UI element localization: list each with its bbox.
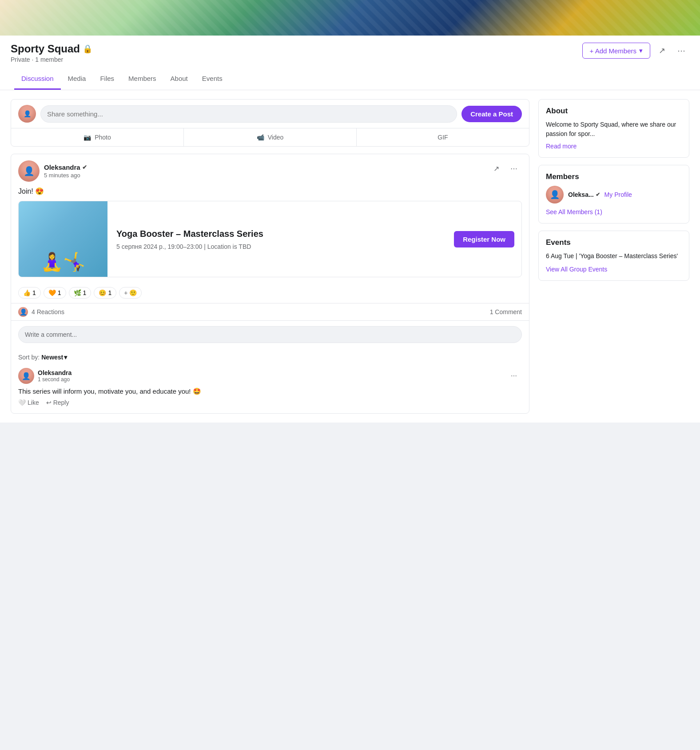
group-title: Sporty Squad 🔒 xyxy=(11,43,92,55)
comment-actions: 🤍 Like ↩ Reply xyxy=(18,399,522,406)
comment-input[interactable] xyxy=(18,326,522,343)
right-column: About Welcome to Sporty Squad, where we … xyxy=(538,99,689,281)
reaction-plant[interactable]: 🌿 1 xyxy=(69,287,91,299)
reaction-count: 4 Reactions xyxy=(32,308,64,315)
add-members-label: + Add Members xyxy=(590,47,636,55)
post-more-icon: ⋯ xyxy=(510,164,517,173)
event-info: Yoga Booster – Masterclass Series 5 серп… xyxy=(107,201,454,277)
share-button[interactable]: ↗ xyxy=(654,43,670,59)
tab-events[interactable]: Events xyxy=(195,68,230,90)
reactions-row: 👍 1 🧡 1 🌿 1 😊 1 + 🙂 xyxy=(11,283,529,303)
header-actions: + Add Members ▾ ↗ ⋯ xyxy=(582,43,689,59)
create-post-button[interactable]: Create a Post xyxy=(461,106,522,122)
group-header: Sporty Squad 🔒 Private · 1 member + Add … xyxy=(0,36,700,90)
group-meta: Private · 1 member xyxy=(11,56,92,63)
lock-icon: 🔒 xyxy=(83,44,92,54)
comment-time: 1 second ago xyxy=(38,376,72,383)
see-all-members-link[interactable]: See All Members (1) xyxy=(546,208,602,215)
photo-label: Photo xyxy=(95,134,111,141)
tab-media[interactable]: Media xyxy=(61,68,93,90)
members-card: Members 👤 Oleksa... ✔ My Profile See All… xyxy=(538,165,689,223)
sort-button[interactable]: Newest ▾ xyxy=(41,354,67,361)
post-text: Join! 😍 xyxy=(18,187,522,195)
left-column: Create a Post 📷 Photo 📹 Video GIF xyxy=(11,99,529,414)
main-layout: Create a Post 📷 Photo 📹 Video GIF xyxy=(0,90,700,423)
event-image xyxy=(19,201,107,277)
members-title: Members xyxy=(546,172,682,181)
group-name-text: Sporty Squad xyxy=(11,43,80,55)
reaction-heart[interactable]: 🧡 1 xyxy=(44,287,66,299)
event-title: Yoga Booster – Masterclass Series xyxy=(116,228,445,239)
add-reaction-button[interactable]: + 🙂 xyxy=(119,287,142,299)
sort-label: Sort by: xyxy=(18,354,40,361)
tab-members[interactable]: Members xyxy=(121,68,163,90)
post-time: 5 minutes ago xyxy=(44,172,87,179)
sort-row: Sort by: Newest ▾ xyxy=(11,348,529,364)
comment-author-avatar: 👤 xyxy=(18,368,34,384)
nav-tabs: Discussion Media Files Members About Eve… xyxy=(11,68,689,90)
about-title: About xyxy=(546,107,682,116)
sort-chevron-icon: ▾ xyxy=(64,354,67,361)
gif-label: GIF xyxy=(438,134,448,141)
like-comment-button[interactable]: 🤍 Like xyxy=(18,399,39,406)
comment-more-button[interactable]: ⋯ xyxy=(506,368,522,384)
reply-comment-button[interactable]: ↩ Reply xyxy=(46,399,69,406)
about-text: Welcome to Sporty Squad, where we share … xyxy=(546,120,682,139)
read-more-link[interactable]: Read more xyxy=(546,143,577,150)
video-button[interactable]: 📹 Video xyxy=(183,128,356,146)
video-label: Video xyxy=(268,134,284,141)
gif-button[interactable]: GIF xyxy=(356,128,529,146)
heart-icon: 🤍 xyxy=(18,399,26,406)
reply-icon: ↩ xyxy=(46,399,52,406)
comment-author-name: Oleksandra xyxy=(38,369,72,376)
tab-discussion[interactable]: Discussion xyxy=(14,68,61,90)
view-all-events-link[interactable]: View All Group Events xyxy=(546,266,607,273)
post-author-avatar xyxy=(18,160,40,182)
register-now-button[interactable]: Register Now xyxy=(454,231,514,247)
share-post-icon: ↗ xyxy=(493,164,499,173)
composer-avatar xyxy=(18,105,36,123)
post-card: Oleksandra ✔ 5 minutes ago ↗ ⋯ xyxy=(11,154,529,414)
tab-files[interactable]: Files xyxy=(93,68,121,90)
comment-box xyxy=(11,320,529,348)
tab-about[interactable]: About xyxy=(163,68,195,90)
member-avatar: 👤 xyxy=(546,186,564,203)
camera-icon: 📷 xyxy=(84,134,91,141)
events-card: Events 6 Aug Tue | 'Yoga Booster – Maste… xyxy=(538,231,689,281)
member-verified-icon: ✔ xyxy=(596,191,600,198)
my-profile-link[interactable]: My Profile xyxy=(605,191,632,198)
post-stats: 4 Reactions 1 Comment xyxy=(11,303,529,320)
event-card: Yoga Booster – Masterclass Series 5 серп… xyxy=(18,201,522,277)
photo-button[interactable]: 📷 Photo xyxy=(11,128,183,146)
more-icon: ⋯ xyxy=(677,46,685,56)
comment-count[interactable]: 1 Comment xyxy=(490,308,522,315)
event-meta: 5 серпня 2024 р., 19:00–23:00 | Location… xyxy=(116,243,445,250)
post-author-name: Oleksandra ✔ xyxy=(44,164,87,171)
comment-text: This series will inform you, motivate yo… xyxy=(18,387,522,395)
chevron-down-icon: ▾ xyxy=(639,47,643,55)
group-info: Sporty Squad 🔒 Private · 1 member xyxy=(11,43,92,63)
more-options-button[interactable]: ⋯ xyxy=(673,43,689,59)
reaction-smile[interactable]: 😊 1 xyxy=(94,287,116,299)
verified-icon: ✔ xyxy=(82,164,87,171)
sidebar-event-date: 6 Aug Tue | 'Yoga Booster – Masterclass … xyxy=(546,251,682,261)
post-share-button[interactable]: ↗ xyxy=(488,160,504,176)
comment-item: 👤 Oleksandra 1 second ago ⋯ This series … xyxy=(11,364,529,413)
member-name: Oleksa... ✔ xyxy=(568,191,600,198)
about-card: About Welcome to Sporty Squad, where we … xyxy=(538,99,689,158)
events-title: Events xyxy=(546,238,682,247)
reaction-thumbs-up[interactable]: 👍 1 xyxy=(18,287,41,299)
member-row: 👤 Oleksa... ✔ My Profile xyxy=(546,186,682,203)
post-composer: Create a Post 📷 Photo 📹 Video GIF xyxy=(11,99,529,147)
composer-input[interactable] xyxy=(40,105,457,123)
group-banner xyxy=(0,0,700,36)
add-members-button[interactable]: + Add Members ▾ xyxy=(582,43,650,59)
share-icon: ↗ xyxy=(659,46,665,56)
video-icon: 📹 xyxy=(257,134,264,141)
post-more-button[interactable]: ⋯ xyxy=(506,160,522,176)
